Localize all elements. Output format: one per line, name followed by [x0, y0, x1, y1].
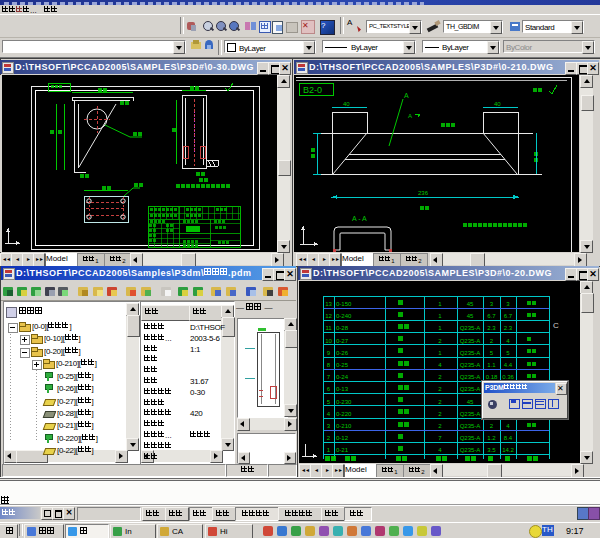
- svg-text:0.18: 0.18: [486, 374, 498, 380]
- svg-text:Q235-A: Q235-A: [460, 362, 481, 368]
- svg-text:0-26: 0-26: [336, 350, 349, 356]
- svg-text:5: 5: [506, 350, 510, 356]
- svg-text:0-220: 0-220: [336, 411, 352, 417]
- svg-text:1.2: 1.2: [487, 435, 496, 441]
- svg-text:2: 2: [438, 411, 442, 417]
- svg-text:1: 1: [438, 301, 442, 307]
- svg-text:1: 1: [438, 350, 442, 356]
- svg-text:8: 8: [327, 362, 331, 368]
- svg-text:0-150: 0-150: [336, 301, 352, 307]
- svg-text:Q235-A: Q235-A: [460, 386, 481, 392]
- svg-text:45: 45: [467, 399, 474, 405]
- svg-text:4: 4: [506, 338, 510, 344]
- svg-text:45: 45: [467, 301, 474, 307]
- svg-text:Q235-A: Q235-A: [460, 435, 481, 441]
- svg-text:3: 3: [490, 301, 494, 307]
- svg-text:0-24: 0-24: [336, 374, 349, 380]
- svg-text:11: 11: [325, 325, 332, 331]
- svg-text:5: 5: [327, 399, 331, 405]
- svg-text:A: A: [404, 92, 409, 99]
- svg-text:0-27: 0-27: [336, 338, 349, 344]
- svg-text:7: 7: [438, 435, 442, 441]
- svg-text:2: 2: [438, 374, 442, 380]
- svg-text:Q235-A: Q235-A: [460, 411, 481, 417]
- svg-text:1: 1: [438, 325, 442, 331]
- svg-text:12: 12: [325, 313, 332, 319]
- svg-text:0-28: 0-28: [336, 325, 349, 331]
- svg-text:0-210: 0-210: [336, 423, 352, 429]
- svg-text:B2-0: B2-0: [303, 85, 322, 95]
- svg-text:6.7: 6.7: [504, 313, 513, 319]
- svg-text:C: C: [553, 321, 559, 330]
- svg-text:Q235-A: Q235-A: [460, 447, 481, 453]
- svg-text:Q235-A: Q235-A: [460, 374, 481, 380]
- svg-text:45: 45: [467, 313, 474, 319]
- svg-text:4: 4: [506, 423, 510, 429]
- svg-text:A - A: A - A: [352, 215, 367, 222]
- svg-text:2: 2: [327, 435, 331, 441]
- svg-text:Q235-A: Q235-A: [460, 338, 481, 344]
- svg-text:3: 3: [506, 301, 510, 307]
- svg-text:0-13: 0-13: [336, 386, 349, 392]
- svg-text:0-21: 0-21: [336, 447, 349, 453]
- svg-text:13: 13: [325, 301, 332, 307]
- svg-text:4: 4: [438, 447, 442, 453]
- svg-text:0.36: 0.36: [502, 374, 514, 380]
- svg-text:2.3: 2.3: [487, 325, 496, 331]
- svg-text:10: 10: [325, 338, 332, 344]
- svg-text:Q235-A: Q235-A: [460, 350, 481, 356]
- svg-text:40: 40: [343, 101, 350, 107]
- svg-text:6: 6: [327, 386, 331, 392]
- svg-text:7: 7: [327, 374, 331, 380]
- svg-text:3: 3: [327, 423, 331, 429]
- svg-text:4: 4: [327, 411, 331, 417]
- svg-text:4.4: 4.4: [504, 362, 513, 368]
- svg-text:236: 236: [418, 190, 429, 196]
- svg-text:14.2: 14.2: [502, 447, 514, 453]
- svg-text:A: A: [408, 113, 412, 119]
- svg-text:2: 2: [490, 423, 494, 429]
- svg-text:0-240: 0-240: [336, 313, 352, 319]
- svg-text:0-12: 0-12: [336, 435, 349, 441]
- svg-text:6.7: 6.7: [487, 313, 496, 319]
- svg-text:8.4: 8.4: [504, 435, 513, 441]
- svg-text:Q235-A: Q235-A: [460, 423, 481, 429]
- svg-text:2: 2: [438, 386, 442, 392]
- svg-text:3.5: 3.5: [487, 447, 496, 453]
- svg-text:2: 2: [438, 423, 442, 429]
- svg-text:Q235-A: Q235-A: [460, 325, 481, 331]
- svg-text:1: 1: [327, 447, 331, 453]
- svg-text:0-25: 0-25: [336, 362, 349, 368]
- svg-text:5: 5: [490, 350, 494, 356]
- svg-text:2: 2: [438, 338, 442, 344]
- svg-text:1: 1: [438, 313, 442, 319]
- svg-text:2: 2: [438, 399, 442, 405]
- svg-text:4: 4: [438, 362, 442, 368]
- svg-text:1.1: 1.1: [487, 362, 496, 368]
- svg-text:2.3: 2.3: [504, 325, 513, 331]
- svg-text:0-230: 0-230: [336, 399, 352, 405]
- svg-text:2: 2: [490, 338, 494, 344]
- svg-text:40: 40: [494, 101, 501, 107]
- svg-text:9: 9: [327, 350, 331, 356]
